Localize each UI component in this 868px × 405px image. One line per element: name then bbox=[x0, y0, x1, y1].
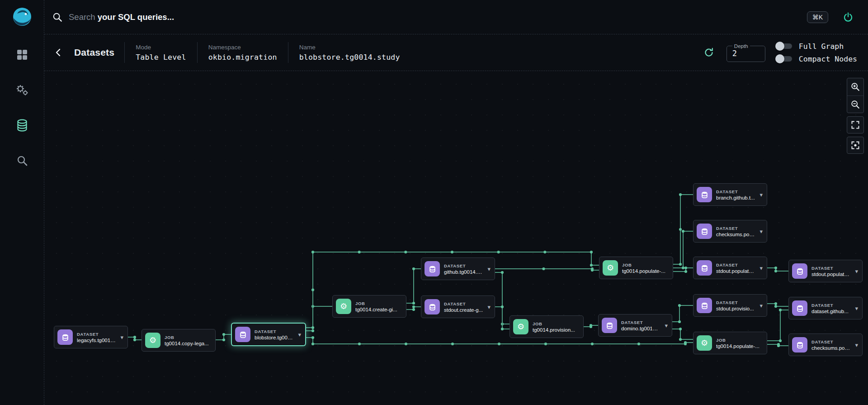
graph-toggles: Full Graph Compact Nodes bbox=[775, 42, 857, 63]
dataset-database-icon bbox=[697, 187, 712, 202]
sidebar-item-datasets[interactable] bbox=[12, 115, 33, 136]
dataset-database-icon bbox=[602, 318, 617, 333]
node-type-label: DATASET bbox=[811, 339, 851, 344]
sidebar-item-jobs[interactable] bbox=[12, 80, 33, 100]
zoom-in-button[interactable] bbox=[847, 78, 863, 95]
node-type-label: JOB bbox=[716, 338, 760, 343]
graph-node-dataset[interactable]: DATASETstdout.populate...▾ bbox=[693, 257, 767, 279]
search-input[interactable]: Search your SQL queries... bbox=[52, 12, 807, 22]
dataset-database-icon bbox=[697, 298, 712, 313]
graph-node-dataset[interactable]: DATASETgithub.tg0014.s...▾ bbox=[421, 257, 495, 280]
field-namespace: Namespace okbio.migration bbox=[206, 44, 280, 62]
chevron-down-icon[interactable]: ▾ bbox=[298, 331, 301, 338]
chevron-down-icon[interactable]: ▾ bbox=[855, 268, 858, 275]
field-label: Namespace bbox=[208, 44, 277, 51]
power-icon bbox=[843, 12, 854, 23]
node-name-label: tg0014.populate-... bbox=[622, 268, 665, 274]
fullscreen-icon bbox=[851, 120, 860, 129]
node-type-label: DATASET bbox=[716, 300, 754, 305]
chevron-down-icon[interactable]: ▾ bbox=[760, 302, 763, 309]
graph-node-dataset[interactable]: DATASETstdout.create-g...▾ bbox=[421, 295, 495, 318]
search-icon bbox=[16, 155, 28, 167]
node-name-label: dataset.github... bbox=[811, 309, 849, 314]
field-label: Name bbox=[299, 44, 400, 51]
toggle-label: Compact Nodes bbox=[799, 55, 857, 63]
center-target-icon bbox=[851, 141, 860, 150]
node-name-label: domino.tg0014.s... bbox=[621, 326, 660, 331]
chevron-down-icon[interactable]: ▾ bbox=[665, 322, 668, 329]
field-name: Name blobstore.tg0014.study bbox=[297, 44, 403, 62]
marquez-logo[interactable] bbox=[11, 5, 33, 28]
center-graph-button[interactable] bbox=[847, 137, 863, 153]
graph-node-dataset[interactable]: DATASETbranch.github.t...▾ bbox=[693, 183, 767, 206]
sidebar-item-apps[interactable] bbox=[12, 44, 33, 65]
graph-node-job[interactable]: ⚙JOBtg0014.populate-... bbox=[599, 257, 673, 279]
divider bbox=[124, 42, 125, 63]
sidebar bbox=[0, 0, 44, 405]
node-name-label: tg0014.copy-lega... bbox=[165, 341, 209, 346]
node-type-label: DATASET bbox=[77, 332, 116, 337]
node-name-label: stdout.populate... bbox=[811, 272, 851, 277]
header-controls: Depth 2 Full Graph Compact Nodes bbox=[701, 42, 857, 63]
switch-off[interactable] bbox=[775, 54, 793, 63]
node-type-label: DATASET bbox=[716, 226, 755, 231]
power-button[interactable] bbox=[840, 9, 856, 25]
switch-off[interactable] bbox=[775, 42, 793, 51]
node-type-label: JOB bbox=[355, 301, 397, 306]
chevron-down-icon[interactable]: ▾ bbox=[487, 304, 491, 310]
node-type-label: JOB bbox=[533, 321, 575, 326]
job-gear-icon: ⚙ bbox=[697, 335, 712, 351]
node-name-label: stdout.populate... bbox=[716, 268, 755, 274]
field-value: okbio.migration bbox=[208, 53, 277, 62]
back-button[interactable] bbox=[51, 45, 66, 60]
chevron-down-icon[interactable]: ▾ bbox=[855, 342, 858, 348]
chevron-down-icon[interactable]: ▾ bbox=[855, 305, 858, 312]
dataset-database-icon bbox=[792, 300, 807, 316]
toggle-compact-nodes[interactable]: Compact Nodes bbox=[775, 54, 857, 63]
chevron-down-icon[interactable]: ▾ bbox=[760, 265, 763, 272]
graph-node-dataset[interactable]: DATASETlegacyfs.tg0014...▾ bbox=[54, 326, 128, 348]
node-name-label: github.tg0014.s... bbox=[444, 269, 483, 275]
dataset-database-icon bbox=[425, 261, 440, 276]
graph-node-dataset[interactable]: DATASETchecksums.popul...▾ bbox=[788, 334, 863, 356]
jobs-gears-icon bbox=[15, 84, 29, 96]
search-placeholder-emphasis: your SQL queries... bbox=[98, 12, 174, 22]
fullscreen-button[interactable] bbox=[847, 117, 863, 133]
dataset-database-icon bbox=[235, 327, 250, 342]
chevron-down-icon[interactable]: ▾ bbox=[487, 266, 491, 272]
dataset-database-icon bbox=[697, 224, 712, 239]
chevron-down-icon[interactable]: ▾ bbox=[760, 228, 763, 235]
graph-node-job[interactable]: ⚙JOBtg0014.populate-... bbox=[693, 332, 767, 354]
node-name-label: tg0014.populate-... bbox=[716, 343, 760, 349]
chevron-down-icon[interactable]: ▾ bbox=[120, 334, 123, 341]
graph-node-dataset[interactable]: DATASETstdout.provisio...▾ bbox=[693, 294, 767, 317]
search-icon bbox=[52, 12, 62, 22]
refresh-button[interactable] bbox=[701, 45, 717, 60]
toggle-full-graph[interactable]: Full Graph bbox=[775, 42, 857, 51]
graph-node-dataset[interactable]: DATASETchecksums.popul...▾ bbox=[693, 220, 767, 243]
depth-value: 2 bbox=[732, 49, 765, 58]
node-type-label: DATASET bbox=[444, 263, 483, 268]
node-name-label: tg0014.create-gi... bbox=[355, 307, 397, 312]
graph-node-job[interactable]: ⚙JOBtg0014.create-gi... bbox=[332, 295, 406, 318]
node-name-label: stdout.create-g... bbox=[444, 307, 483, 313]
node-name-label: blobstore.tg001... bbox=[255, 335, 294, 340]
keyboard-shortcut-badge: ⌘K bbox=[807, 11, 828, 23]
chevron-down-icon[interactable]: ▾ bbox=[760, 191, 763, 198]
graph-node-dataset[interactable]: DATASETdataset.github...▾ bbox=[788, 297, 863, 319]
graph-node-dataset[interactable]: DATASETdomino.tg0014.s...▾ bbox=[598, 314, 672, 337]
graph-node-dataset[interactable]: DATASETstdout.populate...▾ bbox=[788, 260, 863, 282]
zoom-out-icon bbox=[850, 100, 860, 110]
graph-node-job[interactable]: ⚙JOBtg0014.copy-lega... bbox=[142, 329, 216, 352]
graph-node-dataset[interactable]: DATASETblobstore.tg001...▾ bbox=[231, 323, 306, 346]
node-name-label: legacyfs.tg0014... bbox=[77, 338, 116, 343]
node-type-label: DATASET bbox=[444, 301, 483, 306]
depth-input[interactable]: Depth 2 bbox=[726, 43, 765, 62]
dataset-database-icon bbox=[792, 263, 807, 279]
node-name-label: branch.github.t... bbox=[716, 195, 755, 200]
zoom-out-button[interactable] bbox=[847, 95, 863, 113]
page-title: Datasets bbox=[74, 47, 114, 58]
graph-node-job[interactable]: ⚙JOBtg0014.provision... bbox=[509, 315, 584, 338]
dataset-database-icon bbox=[57, 329, 73, 345]
sidebar-item-search[interactable] bbox=[12, 150, 33, 171]
